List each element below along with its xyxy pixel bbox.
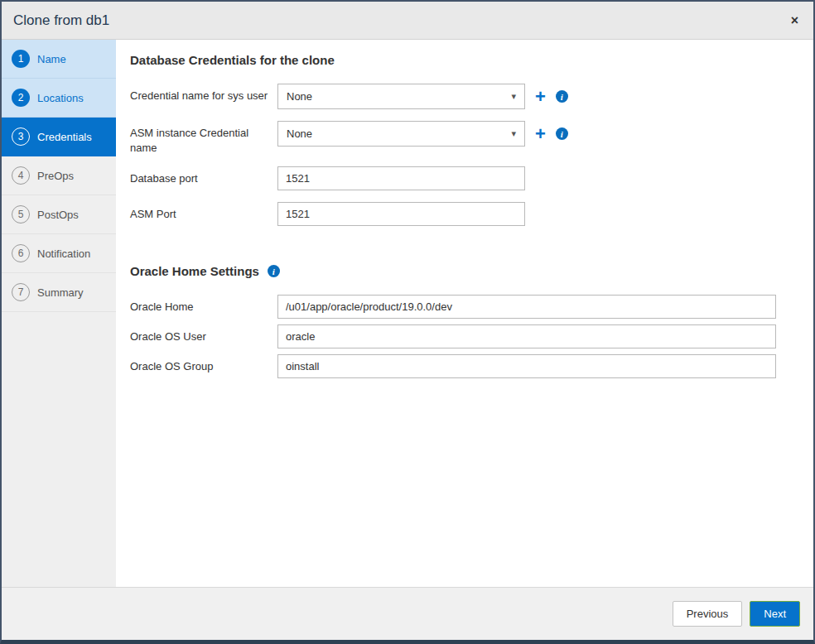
step-number-badge: 1	[12, 50, 30, 68]
step-number-badge: 3	[12, 127, 30, 146]
step-number-badge: 7	[12, 283, 30, 301]
step-label: Summary	[37, 286, 84, 299]
sidebar-item-postops[interactable]: 5 PostOps	[2, 195, 116, 234]
sidebar-item-notification[interactable]: 6 Notification	[2, 234, 116, 273]
title-bar: Clone from db1 ×	[2, 2, 813, 40]
chevron-down-icon: ▾	[511, 128, 516, 139]
step-number-badge: 4	[12, 166, 30, 185]
sys-credential-dropdown[interactable]: None ▾	[277, 84, 525, 109]
step-label: Locations	[37, 92, 84, 104]
sidebar-item-credentials[interactable]: 3 Credentials	[2, 118, 116, 156]
section-heading-oracle-home: Oracle Home Settings i	[130, 264, 797, 278]
step-number-badge: 2	[12, 89, 30, 107]
next-button[interactable]: Next	[750, 601, 800, 627]
add-credential-icon[interactable]: +	[535, 125, 546, 143]
wizard-footer: Previous Next	[2, 587, 813, 640]
asm-credential-label: ASM instance Credential name	[130, 121, 277, 155]
sys-credential-label: Credential name for sys user	[130, 84, 277, 103]
section-heading-database-credentials: Database Credentials for the clone	[130, 53, 797, 67]
field-row-oracle-os-user: Oracle OS User	[130, 324, 797, 348]
field-row-oracle-os-group: Oracle OS Group	[130, 354, 797, 378]
clone-wizard-dialog: Clone from db1 × 1 Name 2 Locations 3 Cr…	[0, 0, 815, 644]
asm-credential-selected-value: None	[287, 127, 312, 140]
asm-credential-dropdown[interactable]: None ▾	[277, 121, 525, 147]
info-icon[interactable]: i	[268, 265, 280, 277]
sidebar-item-summary[interactable]: 7 Summary	[2, 273, 116, 312]
oracle-home-label: Oracle Home	[130, 295, 277, 315]
field-row-asm-port: ASM Port	[130, 202, 797, 226]
asm-port-input[interactable]	[277, 202, 525, 226]
wizard-step-list: 1 Name 2 Locations 3 Credentials 4 PreOp…	[2, 40, 116, 587]
sidebar-item-preops[interactable]: 4 PreOps	[2, 156, 116, 195]
oracle-os-group-label: Oracle OS Group	[130, 354, 277, 374]
oracle-os-group-input[interactable]	[277, 354, 776, 378]
info-icon[interactable]: i	[556, 127, 568, 140]
previous-button[interactable]: Previous	[673, 601, 743, 627]
close-icon[interactable]: ×	[788, 12, 802, 29]
step-label: Name	[37, 53, 66, 65]
sidebar-item-name[interactable]: 1 Name	[2, 40, 116, 79]
step-label: PostOps	[37, 209, 79, 221]
database-port-input[interactable]	[277, 166, 525, 190]
oracle-os-user-label: Oracle OS User	[130, 324, 277, 344]
asm-port-label: ASM Port	[130, 202, 277, 222]
info-icon[interactable]: i	[556, 90, 568, 103]
field-row-database-port: Database port	[130, 166, 797, 190]
step-number-badge: 6	[12, 244, 30, 262]
chevron-down-icon: ▾	[511, 91, 516, 102]
database-port-label: Database port	[130, 166, 277, 186]
sys-credential-selected-value: None	[287, 90, 312, 103]
sidebar-item-locations[interactable]: 2 Locations	[2, 79, 116, 118]
step-label: PreOps	[37, 170, 74, 182]
dialog-title: Clone from db1	[13, 12, 109, 29]
section-heading-text: Database Credentials for the clone	[130, 53, 335, 67]
field-row-asm-credential: ASM instance Credential name None ▾ + i	[130, 121, 797, 155]
field-row-oracle-home: Oracle Home	[130, 295, 797, 319]
step-label: Credentials	[37, 131, 92, 143]
add-credential-icon[interactable]: +	[535, 88, 546, 106]
section-heading-text: Oracle Home Settings	[130, 264, 259, 278]
oracle-os-user-input[interactable]	[277, 324, 776, 348]
oracle-home-input[interactable]	[277, 295, 776, 319]
credentials-panel: Database Credentials for the clone Crede…	[116, 40, 813, 587]
field-row-sys-credential: Credential name for sys user None ▾ + i	[130, 84, 797, 109]
step-number-badge: 5	[12, 205, 30, 223]
step-label: Notification	[37, 248, 90, 260]
